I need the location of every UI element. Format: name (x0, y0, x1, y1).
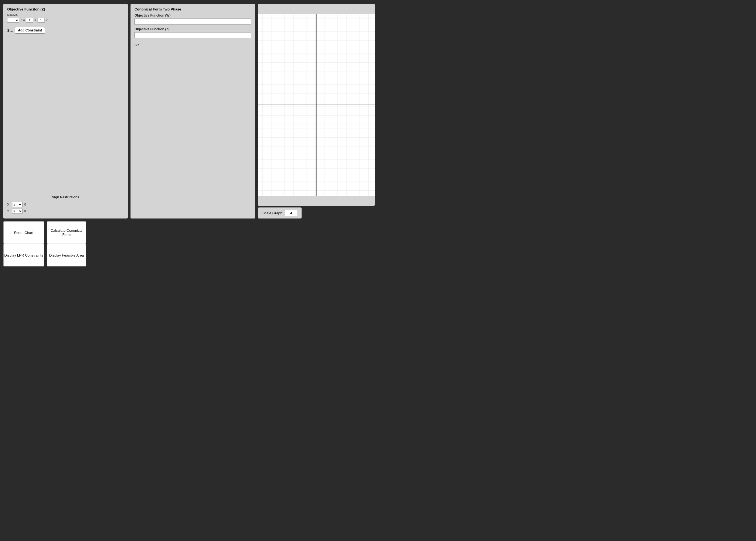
objective-panel-title: Objective Funciton (Z) (7, 7, 124, 11)
y-label: Y (46, 18, 48, 22)
canonical-panel-title: Cononical Form Two Phase (134, 7, 251, 11)
reset-chart-button[interactable]: Reset Chart (3, 221, 44, 244)
chart-header (258, 4, 375, 14)
obj-z-input[interactable] (134, 32, 251, 38)
obj-w-input[interactable] (134, 18, 251, 25)
grid-svg (258, 14, 375, 196)
z-equals-label: Z = (20, 18, 25, 22)
y-sign-select[interactable]: ≥ ≤ = (12, 209, 23, 214)
chart-grid[interactable] (258, 14, 375, 196)
sign-restrictions-title: Sign Restrictions (7, 195, 124, 199)
x-zero: 0 (24, 203, 26, 206)
add-constraint-button[interactable]: Add Constraint (15, 27, 45, 34)
obj-z-label: Objective Function (Z) (134, 27, 251, 31)
obj-w-label: Objective Function (W) (134, 14, 251, 17)
y-coeff-input[interactable] (38, 18, 45, 23)
x-sign-select[interactable]: ≥ ≤ = (12, 202, 23, 207)
chart-footer (258, 196, 375, 206)
x-sign-label: X (7, 203, 10, 206)
y-sign-label: Y (7, 210, 10, 213)
st-label: S.t. (7, 28, 13, 33)
x-label: X (34, 18, 36, 22)
maxmin-select[interactable]: Max Min (7, 18, 19, 23)
scale-label: Scale Graph (263, 211, 282, 215)
scale-input[interactable] (285, 210, 297, 216)
x-coeff-input[interactable] (26, 18, 33, 23)
maxmin-label: Max/Min (7, 14, 124, 17)
calculate-canonical-button[interactable]: Calculate Cononical Form (47, 221, 86, 244)
display-feasible-button[interactable]: Display Feasible Area (47, 244, 86, 267)
y-zero: 0 (24, 210, 26, 213)
canonical-st-label: S.t. (134, 43, 251, 47)
display-lpr-button[interactable]: Display LPR Constraints (3, 244, 44, 267)
